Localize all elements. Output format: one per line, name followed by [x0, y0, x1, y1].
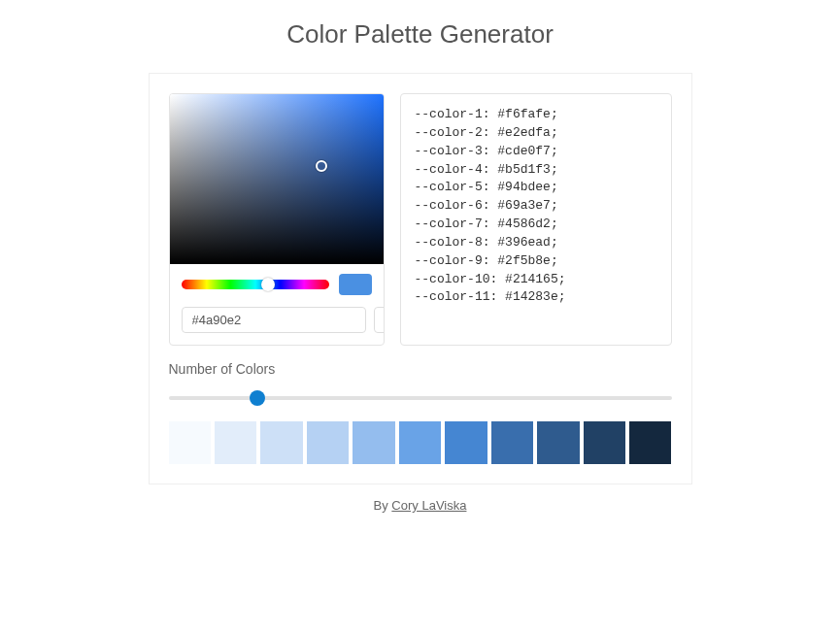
saturation-value-canvas[interactable]	[170, 94, 384, 264]
swatch[interactable]	[169, 421, 211, 464]
slider-section: Number of Colors	[169, 361, 672, 404]
hex-input-row: hex	[182, 307, 372, 333]
swatch[interactable]	[307, 421, 349, 464]
main-panel: hex --color-1: #f6fafe; --color-2: #e2ed…	[149, 73, 692, 484]
swatch[interactable]	[491, 421, 533, 464]
hue-row	[182, 274, 372, 295]
swatch[interactable]	[537, 421, 579, 464]
footer-prefix: By	[374, 498, 392, 513]
hue-slider[interactable]	[182, 280, 329, 289]
swatch[interactable]	[215, 421, 256, 464]
css-output: --color-1: #f6fafe; --color-2: #e2edfa; …	[400, 93, 672, 346]
swatch[interactable]	[584, 421, 625, 464]
hex-input[interactable]	[182, 307, 366, 333]
slider-label: Number of Colors	[169, 361, 672, 377]
hue-handle[interactable]	[261, 278, 275, 291]
swatch[interactable]	[399, 421, 441, 464]
swatch[interactable]	[353, 421, 394, 464]
swatches-row	[169, 421, 672, 464]
footer: By Cory LaViska	[149, 498, 692, 513]
color-preview-swatch	[339, 274, 372, 295]
count-slider[interactable]	[169, 396, 672, 400]
top-row: hex --color-1: #f6fafe; --color-2: #e2ed…	[169, 93, 672, 346]
swatch[interactable]	[629, 421, 671, 464]
swatch[interactable]	[445, 421, 487, 464]
author-link[interactable]: Cory LaViska	[391, 498, 466, 513]
page-title: Color Palette Generator	[149, 19, 692, 50]
picker-controls: hex	[170, 264, 384, 345]
swatch[interactable]	[260, 421, 302, 464]
color-picker: hex	[169, 93, 385, 346]
format-toggle-button[interactable]: hex	[374, 307, 385, 333]
sv-handle[interactable]	[316, 160, 327, 172]
